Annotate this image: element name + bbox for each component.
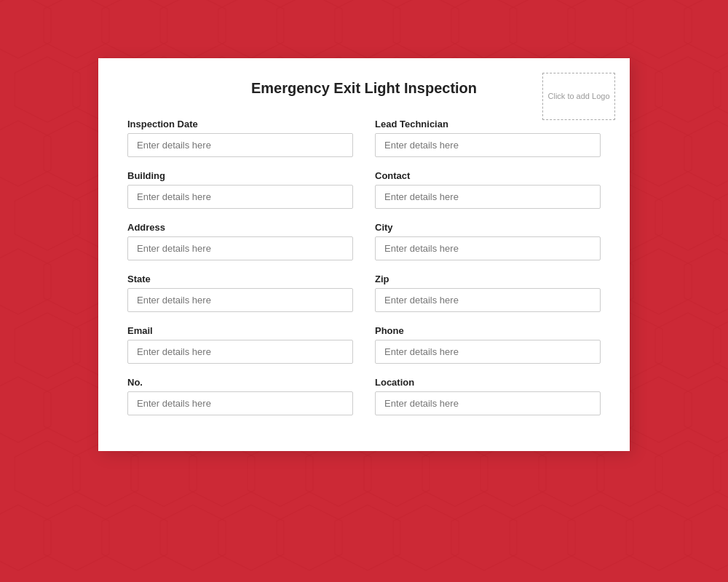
form-fields: Inspection Date Lead Technician Building… bbox=[127, 119, 601, 415]
label-email: Email bbox=[127, 325, 353, 336]
field-lead-technician: Lead Technician bbox=[375, 119, 601, 157]
field-address: Address bbox=[127, 222, 353, 260]
field-no: No. bbox=[127, 377, 353, 415]
form-container: Emergency Exit Light Inspection Click to… bbox=[98, 58, 630, 451]
field-location: Location bbox=[375, 377, 601, 415]
input-city[interactable] bbox=[375, 236, 601, 260]
field-city: City bbox=[375, 222, 601, 260]
field-building: Building bbox=[127, 170, 353, 209]
label-building: Building bbox=[127, 170, 353, 181]
label-phone: Phone bbox=[375, 325, 601, 336]
input-phone[interactable] bbox=[375, 340, 601, 364]
input-inspection-date[interactable] bbox=[127, 133, 353, 157]
field-inspection-date: Inspection Date bbox=[127, 119, 353, 157]
logo-placeholder-label: Click to add Logo bbox=[548, 91, 610, 102]
label-no: No. bbox=[127, 377, 353, 388]
input-lead-technician[interactable] bbox=[375, 133, 601, 157]
field-zip: Zip bbox=[375, 274, 601, 312]
field-contact: Contact bbox=[375, 170, 601, 209]
label-state: State bbox=[127, 274, 353, 284]
input-address[interactable] bbox=[127, 236, 353, 260]
form-title: Emergency Exit Light Inspection bbox=[127, 80, 601, 97]
input-state[interactable] bbox=[127, 288, 353, 312]
field-phone: Phone bbox=[375, 325, 601, 364]
input-location[interactable] bbox=[375, 391, 601, 415]
logo-upload-button[interactable]: Click to add Logo bbox=[542, 73, 615, 120]
label-address: Address bbox=[127, 222, 353, 233]
field-email: Email bbox=[127, 325, 353, 364]
input-building[interactable] bbox=[127, 185, 353, 209]
label-inspection-date: Inspection Date bbox=[127, 119, 353, 129]
label-lead-technician: Lead Technician bbox=[375, 119, 601, 129]
label-zip: Zip bbox=[375, 274, 601, 284]
input-email[interactable] bbox=[127, 340, 353, 364]
input-no[interactable] bbox=[127, 391, 353, 415]
input-zip[interactable] bbox=[375, 288, 601, 312]
input-contact[interactable] bbox=[375, 185, 601, 209]
field-state: State bbox=[127, 274, 353, 312]
label-location: Location bbox=[375, 377, 601, 388]
label-city: City bbox=[375, 222, 601, 233]
label-contact: Contact bbox=[375, 170, 601, 181]
